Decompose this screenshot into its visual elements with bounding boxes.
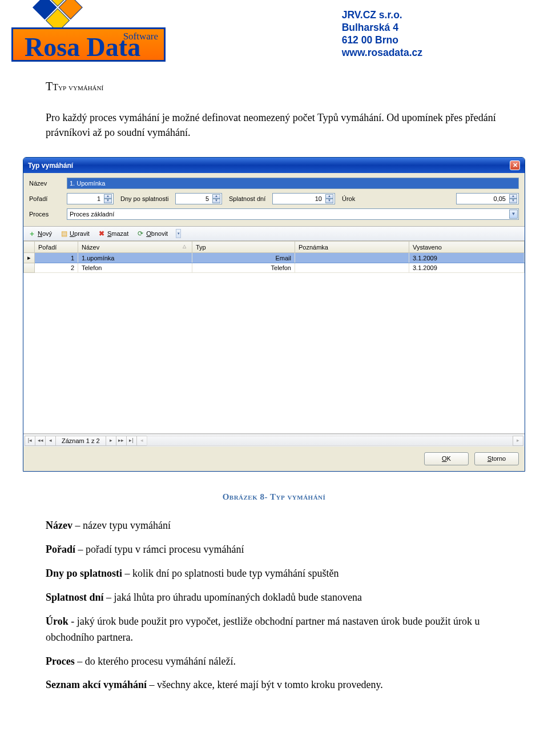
spinner-buttons-splatnost[interactable]: ▲▼	[325, 194, 333, 203]
refresh-button[interactable]: ⟳ Obnovit	[134, 228, 170, 239]
nav-last-button[interactable]: ▸|	[126, 436, 137, 446]
col-header-poznamka[interactable]: Poznámka	[295, 242, 409, 253]
col-header-poradi[interactable]: Pořadí	[35, 242, 78, 253]
nav-scroll-track[interactable]	[147, 436, 513, 446]
row-indicator	[24, 263, 35, 273]
data-grid[interactable]: Pořadí Název△ Typ Poznámka Vystaveno ▸ 1…	[23, 241, 525, 434]
delete-icon: ✖	[98, 230, 106, 238]
spinner-urok[interactable]: 0,05 ▲▼	[456, 193, 519, 204]
section-heading: TTyp vymáhání	[23, 80, 525, 93]
label-proces: Proces	[29, 211, 63, 218]
def-text: – jaká lhůta pro úhradu upomínaných dokl…	[104, 592, 362, 603]
def-label: Splatnost dní	[46, 592, 104, 603]
logo: ® Software Rosa Data	[11, 6, 171, 63]
col-header-nazev[interactable]: Název△	[78, 242, 192, 253]
def-text: – kolik dní po splatnosti bude typ vymáh…	[122, 568, 339, 579]
def-text: – do kterého procesu vymáhání náleží.	[75, 656, 236, 667]
close-button[interactable]: ✕	[510, 160, 520, 170]
title-bar[interactable]: Typ vymáhání ✕	[23, 158, 525, 173]
cell-poznamka	[295, 253, 409, 263]
company-city: 612 00 Brno	[342, 34, 422, 47]
spinner-splatnost[interactable]: 10 ▲▼	[272, 193, 335, 204]
nav-scroll-right[interactable]: ▸	[513, 436, 523, 446]
def-label: Seznam akcí vymáhání	[46, 679, 147, 690]
cell-poznamka	[295, 263, 409, 273]
cell-poradi: 1	[35, 253, 78, 263]
value-nazev: 1. Upomínka	[70, 180, 105, 187]
ok-button[interactable]: OK	[424, 452, 469, 465]
grid-corner	[24, 242, 35, 253]
def-label: Pořadí	[46, 544, 75, 555]
nav-prev-button[interactable]: ◂	[45, 436, 56, 446]
def-label: Proces	[46, 656, 75, 667]
nav-record-label: Záznam 1 z 2	[55, 436, 106, 446]
def-text: - jaký úrok bude použit pro vypočet, jes…	[46, 616, 480, 643]
edit-icon: ▤	[60, 230, 68, 238]
intro-paragraph: Pro každý proces vymáhání je možné defin…	[23, 110, 525, 140]
cell-nazev: 1.upomínka	[78, 253, 192, 263]
label-splatnost: Splatnost dní	[225, 195, 269, 202]
def-text: – pořadí typu v rámci procesu vymáhání	[75, 544, 244, 555]
chevron-down-icon[interactable]: ▼	[509, 210, 518, 219]
edit-button[interactable]: ▤ Upravit	[58, 228, 92, 239]
company-info: JRV.CZ s.r.o. Bulharská 4 612 00 Brno ww…	[342, 9, 422, 59]
dialog-buttons: OK Storno	[23, 447, 525, 471]
row-indicator: ▸	[24, 253, 35, 263]
input-nazev[interactable]: 1. Upomínka	[67, 178, 519, 189]
nav-first-button[interactable]: |◂	[25, 436, 35, 446]
logo-background: Software Rosa Data	[11, 27, 166, 62]
nav-next-button[interactable]: ▸	[106, 436, 116, 446]
def-text: – všechny akce, které mají být v tomto k…	[147, 679, 383, 690]
grid-toolbar: ＋ NNovýový ▤ Upravit ✖ Smazat ⟳ Obnovit …	[23, 226, 525, 241]
label-dny: Dny po splatnosti	[117, 195, 172, 202]
label-urok: Úrok	[339, 195, 359, 202]
nav-scroll-left[interactable]: ◂	[136, 436, 147, 446]
cell-typ: Email	[192, 253, 295, 263]
form-area: Název 1. Upomínka Pořadí 1 ▲▼ Dny po spl…	[23, 173, 525, 226]
toolbar-overflow[interactable]: ▾	[176, 229, 181, 238]
value-poradi: 1	[70, 195, 102, 202]
col-header-vystaveno[interactable]: Vystaveno	[409, 242, 525, 253]
window-title: Typ vymáhání	[28, 162, 73, 170]
grid-row[interactable]: 2 Telefon Telefon 3.1.2009	[24, 263, 525, 273]
spinner-dny[interactable]: 5 ▲▼	[175, 193, 222, 204]
delete-button[interactable]: ✖ Smazat	[95, 228, 131, 239]
figure-caption: Obrázek 8- Typ vymáhání	[23, 492, 525, 502]
cell-nazev: Telefon	[78, 263, 192, 273]
cell-typ: Telefon	[192, 263, 295, 273]
logo-main-text: Rosa Data	[25, 32, 140, 62]
cell-vystaveno: 3.1.2009	[409, 263, 525, 273]
definitions: Název – název typu vymáhání Pořadí – poř…	[23, 518, 525, 693]
def-text: – název typu vymáhání	[72, 520, 171, 531]
company-name: JRV.CZ s.r.o.	[342, 9, 422, 22]
spinner-poradi[interactable]: 1 ▲▼	[67, 193, 114, 204]
plus-icon: ＋	[28, 230, 36, 238]
value-proces: Proces základní	[70, 211, 114, 218]
dialog-window: Typ vymáhání ✕ Název 1. Upomínka Pořadí …	[23, 157, 525, 472]
nav-next-page-button[interactable]: ▸▸	[116, 436, 127, 446]
new-button[interactable]: ＋ NNovýový	[26, 228, 54, 239]
refresh-icon: ⟳	[136, 230, 144, 238]
cell-poradi: 2	[35, 263, 78, 273]
record-navigator: |◂ ◂◂ ◂ Záznam 1 z 2 ▸ ▸▸ ▸| ◂ ▸	[23, 434, 525, 447]
nav-prev-page-button[interactable]: ◂◂	[35, 436, 46, 446]
value-dny: 5	[178, 195, 210, 202]
spinner-buttons-urok[interactable]: ▲▼	[509, 194, 517, 203]
cancel-button[interactable]: Storno	[474, 452, 519, 465]
def-label: Úrok	[46, 616, 68, 627]
label-poradi: Pořadí	[29, 195, 63, 202]
value-urok: 0,05	[459, 195, 507, 202]
section-heading-rest: Typ vymáhání	[53, 82, 103, 92]
company-web: www.rosadata.cz	[342, 47, 422, 59]
grid-row[interactable]: ▸ 1 1.upomínka Email 3.1.2009	[24, 253, 525, 263]
cell-vystaveno: 3.1.2009	[409, 253, 525, 263]
col-header-typ[interactable]: Typ	[192, 242, 295, 253]
value-splatnost: 10	[275, 195, 323, 202]
label-nazev: Název	[29, 180, 63, 187]
combo-proces[interactable]: Proces základní ▼	[67, 208, 519, 220]
spinner-buttons-dny[interactable]: ▲▼	[212, 194, 220, 203]
page-header: ® Software Rosa Data JRV.CZ s.r.o. Bulha…	[23, 0, 525, 63]
company-street: Bulharská 4	[342, 22, 422, 34]
spinner-buttons-poradi[interactable]: ▲▼	[104, 194, 112, 203]
def-label: Název	[46, 520, 72, 531]
